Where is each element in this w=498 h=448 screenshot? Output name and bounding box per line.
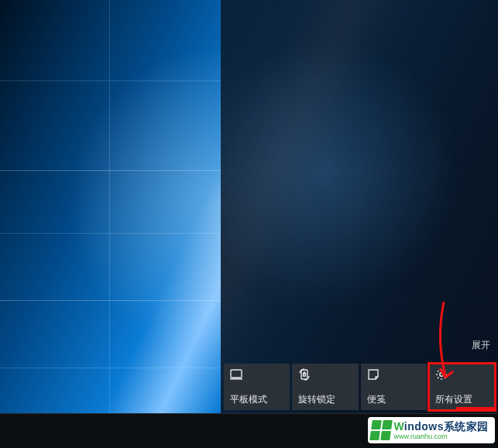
tile-all-settings[interactable]: 所有设置	[429, 364, 495, 410]
svg-rect-0	[231, 370, 242, 378]
tile-label: 平板模式	[230, 395, 283, 404]
tablet-mode-icon	[230, 368, 242, 381]
quick-action-tiles: 平板模式 旋转锁定 便笺 所有设置	[224, 364, 495, 410]
tile-label: 所有设置	[435, 395, 489, 404]
svg-rect-2	[301, 370, 307, 379]
tile-tablet-mode[interactable]: 平板模式	[224, 364, 290, 410]
svg-rect-1	[230, 378, 242, 380]
tile-rotation-lock[interactable]: 旋转锁定	[292, 364, 358, 410]
windows-logo-icon	[369, 420, 393, 440]
action-center-expand[interactable]: 展开	[472, 339, 490, 352]
tile-label: 旋转锁定	[298, 395, 352, 404]
watermark-url: www.ruanhu.com	[394, 433, 489, 440]
tile-note[interactable]: 便笺	[361, 364, 427, 410]
watermark-brand: Windows系统家园	[394, 421, 489, 432]
note-icon	[367, 368, 380, 381]
tile-label: 便笺	[367, 395, 421, 404]
action-center-panel: 展开 平板模式 旋转锁定 便笺	[221, 0, 498, 413]
watermark-badge: Windows系统家园 www.ruanhu.com	[368, 417, 495, 443]
rotation-lock-icon	[298, 368, 311, 381]
settings-gear-icon	[435, 368, 448, 381]
action-center-backdrop	[221, 0, 498, 413]
svg-point-3	[440, 373, 443, 376]
